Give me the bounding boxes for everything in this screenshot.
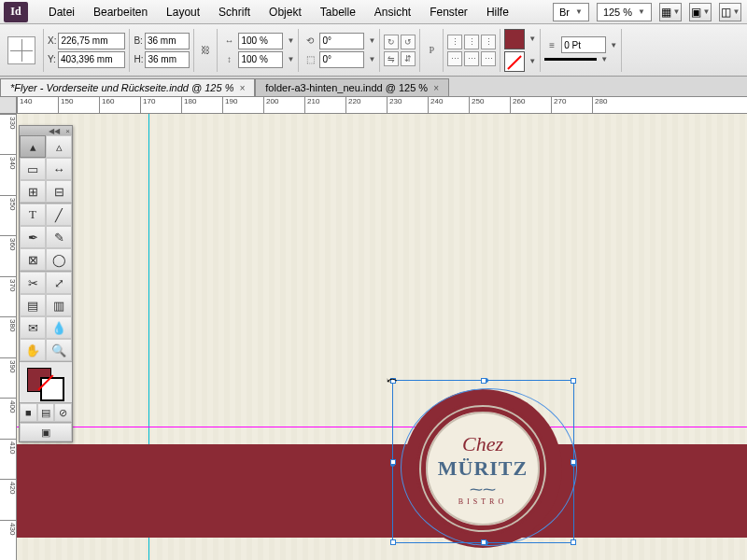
direct-selection-tool[interactable]: ▵ bbox=[46, 135, 72, 158]
reference-point-picker[interactable] bbox=[7, 36, 35, 64]
stroke-weight-input[interactable]: 0 Pt bbox=[561, 36, 606, 53]
scale-x-icon: ↔ bbox=[221, 34, 236, 49]
flip-rotate-group: ↻ ↺ ⇋ ⇵ bbox=[380, 29, 420, 72]
align-group: ⋮ ⋮ ⋮ ⋯ ⋯ ⋯ bbox=[444, 29, 500, 72]
select-container-icon[interactable]: P bbox=[424, 43, 439, 58]
view-options-icon[interactable]: ▦▼ bbox=[659, 3, 682, 21]
hand-tool[interactable]: ✋ bbox=[20, 339, 46, 361]
gradient-swatch-tool[interactable]: ▤ bbox=[20, 294, 46, 316]
rotate-90-cw-icon[interactable]: ↻ bbox=[384, 35, 399, 49]
eyedropper-tool[interactable]: 💧 bbox=[46, 316, 72, 339]
rotate-group: ⟲0°▼ ⬚0°▼ bbox=[299, 29, 380, 72]
horizontal-ruler[interactable]: 1401501601701801902002102202302402502602… bbox=[17, 97, 747, 114]
document-canvas[interactable]: Chez MÜRITZ ⁓⁓ BISTRO ⤺ bbox=[17, 114, 747, 560]
resize-handle[interactable] bbox=[390, 459, 396, 465]
gap-tool[interactable]: ↔ bbox=[46, 158, 72, 180]
ruler-origin[interactable] bbox=[0, 97, 17, 114]
tools-panel-header[interactable]: ◀◀× bbox=[20, 126, 72, 135]
rectangle-frame-tool[interactable]: ⊠ bbox=[20, 248, 46, 271]
red-band-shape[interactable] bbox=[17, 444, 747, 538]
zoom-tool[interactable]: 🔍 bbox=[46, 339, 72, 361]
resize-handle[interactable] bbox=[481, 378, 486, 384]
tools-panel[interactable]: ◀◀× ▴ ▵ ▭ ↔ ⊞ ⊟ T ╱ ✒ ✎ ⊠ ◯ ✂ ⤢ ▤ ▥ ✉ 💧 … bbox=[19, 125, 73, 442]
close-icon[interactable]: × bbox=[239, 83, 245, 93]
document-tab[interactable]: folder-a3-hinten_neu.indd @ 125 % × bbox=[255, 78, 449, 96]
selection-tool[interactable]: ▴ bbox=[20, 135, 46, 158]
x-input[interactable]: 226,75 mm bbox=[58, 33, 125, 49]
align-center-icon[interactable]: ⋮ bbox=[464, 35, 479, 49]
selected-object[interactable]: Chez MÜRITZ ⁓⁓ BISTRO bbox=[392, 380, 574, 543]
pencil-tool[interactable]: ✎ bbox=[46, 226, 72, 248]
arrange-documents-icon[interactable]: ◫▼ bbox=[719, 3, 741, 21]
menu-bearbeiten[interactable]: Bearbeiten bbox=[84, 6, 157, 19]
zoom-level-input[interactable]: 125 %▼ bbox=[597, 3, 652, 21]
menu-tabelle[interactable]: Tabelle bbox=[311, 6, 365, 19]
scale-y-icon: ↕ bbox=[221, 52, 236, 67]
content-collector-tool[interactable]: ⊞ bbox=[20, 180, 46, 203]
width-input[interactable]: 36 mm bbox=[145, 33, 190, 49]
resize-handle[interactable] bbox=[571, 378, 576, 384]
height-label: H: bbox=[134, 54, 143, 64]
flip-horizontal-icon[interactable]: ⇋ bbox=[384, 51, 399, 66]
resize-handle[interactable] bbox=[571, 459, 576, 465]
rotate-input[interactable]: 0° bbox=[319, 33, 364, 49]
document-tab-active[interactable]: *Flyer - Vorderseite und Rückseite.indd … bbox=[0, 78, 255, 96]
menu-schrift[interactable]: Schrift bbox=[209, 6, 260, 19]
menu-hilfe[interactable]: Hilfe bbox=[477, 6, 518, 19]
apply-color-icon[interactable]: ■ bbox=[20, 403, 37, 422]
scale-x-input[interactable]: 100 % bbox=[238, 33, 283, 49]
apply-gradient-icon[interactable]: ▤ bbox=[37, 403, 55, 422]
bridge-button[interactable]: Br▼ bbox=[553, 3, 589, 21]
gradient-feather-tool[interactable]: ▥ bbox=[46, 294, 72, 316]
stroke-weight-icon: ≡ bbox=[544, 37, 559, 52]
fill-swatch[interactable] bbox=[504, 29, 525, 49]
control-bar: X:226,75 mm Y:403,396 mm B:36 mm H:36 mm… bbox=[0, 24, 747, 77]
align-top-icon[interactable]: ⋯ bbox=[447, 51, 462, 66]
note-tool[interactable]: ✉ bbox=[20, 316, 46, 339]
flip-vertical-icon[interactable]: ⇵ bbox=[401, 51, 416, 66]
fill-stroke-proxy[interactable] bbox=[20, 361, 72, 402]
height-input[interactable]: 36 mm bbox=[145, 51, 190, 68]
vertical-ruler[interactable]: 330340350360370380390400410420430 bbox=[0, 114, 17, 560]
type-tool[interactable]: T bbox=[20, 203, 46, 226]
fill-stroke-group: ▼ ▼ bbox=[500, 29, 541, 72]
selection-bounding-box[interactable] bbox=[392, 380, 574, 543]
rotate-90-ccw-icon[interactable]: ↺ bbox=[401, 35, 416, 49]
pen-tool[interactable]: ✒ bbox=[20, 226, 46, 248]
rotate-icon: ⟲ bbox=[303, 34, 317, 49]
resize-handle[interactable] bbox=[481, 539, 486, 545]
line-tool[interactable]: ╱ bbox=[46, 203, 72, 226]
scissors-tool[interactable]: ✂ bbox=[20, 272, 46, 294]
menu-ansicht[interactable]: Ansicht bbox=[365, 6, 420, 19]
free-transform-tool[interactable]: ⤢ bbox=[46, 272, 72, 294]
y-label: Y: bbox=[48, 54, 56, 64]
apply-none-icon[interactable]: ⊘ bbox=[54, 403, 72, 422]
shear-input[interactable]: 0° bbox=[319, 51, 364, 68]
menu-datei[interactable]: Datei bbox=[39, 6, 84, 19]
align-left-icon[interactable]: ⋮ bbox=[447, 35, 462, 49]
menu-objekt[interactable]: Objekt bbox=[260, 6, 311, 19]
resize-handle[interactable] bbox=[390, 539, 396, 545]
y-input[interactable]: 403,396 mm bbox=[58, 51, 125, 68]
content-placer-tool[interactable]: ⊟ bbox=[46, 180, 72, 203]
stroke-weight-group: ≡0 Pt▼ ▼ bbox=[541, 29, 622, 72]
screen-mode-icon[interactable]: ▣▼ bbox=[689, 3, 712, 21]
stroke-color-swatch[interactable] bbox=[40, 377, 64, 401]
stroke-style-preview[interactable] bbox=[544, 58, 597, 61]
document-tabs: *Flyer - Vorderseite und Rückseite.indd … bbox=[0, 77, 747, 97]
ellipse-tool[interactable]: ◯ bbox=[46, 248, 72, 271]
page-tool[interactable]: ▭ bbox=[20, 158, 46, 180]
width-label: B: bbox=[134, 35, 142, 46]
align-middle-icon[interactable]: ⋯ bbox=[464, 51, 479, 66]
scale-y-input[interactable]: 100 % bbox=[238, 51, 283, 68]
resize-handle[interactable] bbox=[571, 539, 576, 545]
menu-layout[interactable]: Layout bbox=[157, 6, 209, 19]
constrain-proportions-icon[interactable]: ⛓ bbox=[198, 43, 213, 58]
view-mode-normal-icon[interactable]: ▣ bbox=[20, 423, 72, 441]
guide-horizontal[interactable] bbox=[17, 427, 747, 427]
menu-fenster[interactable]: Fenster bbox=[420, 6, 477, 19]
align-right-icon[interactable]: ⋮ bbox=[481, 35, 496, 49]
stroke-swatch[interactable] bbox=[504, 51, 525, 72]
close-icon[interactable]: × bbox=[433, 83, 439, 93]
align-bottom-icon[interactable]: ⋯ bbox=[481, 51, 496, 66]
